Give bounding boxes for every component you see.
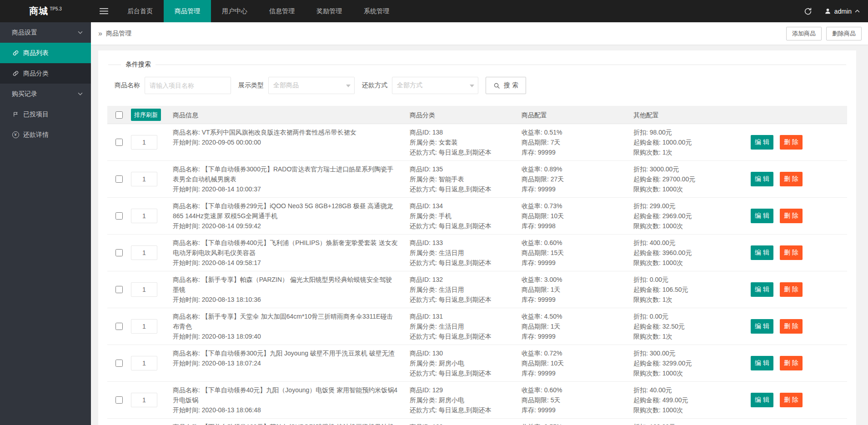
product-stock: 库存: 99999 [522, 258, 633, 268]
edit-button[interactable]: 编 辑 [751, 393, 773, 407]
select-all-cell [107, 111, 131, 119]
product-info-cell: 商品名称: 【下单自动领券299元】iQOO Neo3 5G 8GB+128GB… [173, 201, 410, 231]
row-sort-cell [131, 201, 173, 231]
delete-button[interactable]: 删 除 [780, 282, 803, 297]
table-row: 商品名称: 【新手专享】帕森（PARZIN） 偏光太阳镜型男经典蛤蟆镜安全驾驶墨… [107, 271, 847, 308]
edit-button[interactable]: 编 辑 [751, 172, 773, 186]
edit-button[interactable]: 编 辑 [751, 209, 773, 223]
sidebar-item-label: 已投项目 [23, 110, 49, 119]
delete-button[interactable]: 删 除 [780, 393, 803, 407]
sort-input[interactable] [131, 393, 157, 407]
repay-method-select[interactable]: 全部方式 [392, 77, 478, 94]
caret-down-icon [346, 85, 351, 87]
sidebar-group-purchase-records[interactable]: 购买记录 [0, 84, 91, 104]
sidebar-toggle-button[interactable] [91, 0, 116, 22]
product-period: 商品期限: 15天 [522, 248, 633, 258]
sort-input[interactable] [131, 319, 157, 334]
breadcrumb: 商品管理 [106, 30, 131, 38]
select-all-checkbox[interactable] [115, 111, 123, 119]
row-checkbox[interactable] [115, 249, 123, 256]
nav-item-reward-management[interactable]: 奖励管理 [306, 0, 353, 22]
admin-dropdown[interactable]: admin [820, 0, 868, 22]
row-checkbox[interactable] [115, 286, 123, 293]
delete-button[interactable]: 删 除 [780, 172, 803, 186]
row-actions-cell: 编 辑 删 除 [751, 422, 847, 425]
delete-product-button[interactable]: 删除商品 [826, 27, 862, 40]
edit-button[interactable]: 编 辑 [751, 282, 773, 297]
nav-item-info-management[interactable]: 信息管理 [258, 0, 306, 22]
sidebar-group-label: 商品设置 [12, 29, 37, 37]
product-config-cell: 收益率: 0.89% 商品期限: 27天 库存: 99999 [522, 164, 633, 194]
edit-button[interactable]: 编 辑 [751, 356, 773, 370]
product-repay-method: 还款方式: 每日返息,到期还本 [410, 258, 522, 268]
row-check-cell [107, 127, 131, 157]
sort-input[interactable] [131, 282, 157, 297]
delete-button[interactable]: 删 除 [780, 319, 803, 334]
sidebar-item-product-list[interactable]: 商品列表 [0, 43, 91, 63]
sort-refresh-button[interactable]: 排序刷新 [131, 109, 161, 121]
product-config-cell: 收益率: 0.51% 商品期限: 7天 库存: 99999 [522, 127, 633, 157]
product-category-cell: 商品ID: 131 所属分类: 生活日用 还款方式: 每日返息,到期还本 [410, 311, 522, 341]
search-fieldset: 条件搜索 [108, 60, 846, 69]
product-id: 商品ID: 138 [410, 127, 522, 137]
product-name-input[interactable] [145, 77, 231, 94]
display-type-select[interactable]: 全部商品 [268, 77, 355, 94]
edit-button[interactable]: 编 辑 [751, 319, 773, 334]
product-discount: 折扣: 120.00元 [633, 422, 751, 425]
product-min-buy: 起购金额: 3960.00元 [633, 248, 751, 258]
row-sort-cell [131, 311, 173, 341]
search-button[interactable]: 搜 索 [486, 77, 526, 94]
delete-button[interactable]: 删 除 [780, 209, 803, 223]
edit-button[interactable]: 编 辑 [751, 135, 773, 150]
sidebar-item-repayment-details[interactable]: ¥ 还款详情 [0, 125, 91, 145]
edit-button[interactable]: 编 辑 [751, 245, 773, 260]
app-logo[interactable]: 商城 TP5.3 [0, 0, 91, 22]
hamburger-icon [100, 8, 108, 15]
product-category: 所属分类: 生活日用 [410, 285, 522, 295]
product-other-cell: 折扣: 120.00元 [633, 422, 751, 425]
product-stock: 库存: 99999 [522, 331, 633, 341]
nav-item-system-management[interactable]: 系统管理 [353, 0, 400, 22]
product-config-cell: 收益率: 4.50% 商品期限: 1天 库存: 99999 [522, 311, 633, 341]
product-id: 商品ID: 134 [410, 201, 522, 211]
top-nav: 后台首页 商品管理 用户中心 信息管理 奖励管理 系统管理 [116, 0, 400, 22]
nav-item-product-management[interactable]: 商品管理 [164, 0, 211, 22]
row-checkbox[interactable] [115, 323, 123, 330]
product-category-cell: 商品ID: 135 所属分类: 智能手表 还款方式: 每日返息,到期还本 [410, 164, 522, 194]
product-id: 商品ID: 135 [410, 164, 522, 174]
delete-button[interactable]: 删 除 [780, 245, 803, 260]
row-checkbox[interactable] [115, 360, 123, 367]
refresh-button[interactable] [796, 0, 820, 22]
sort-input[interactable] [131, 245, 157, 260]
product-discount: 折扣: 3000.00元 [633, 164, 751, 174]
delete-button[interactable]: 删 除 [780, 356, 803, 370]
add-product-button[interactable]: 添加商品 [786, 27, 822, 40]
product-stock: 库存: 99999 [522, 184, 633, 194]
search-legend: 条件搜索 [121, 60, 156, 69]
row-checkbox[interactable] [115, 139, 123, 146]
product-info-cell: 商品名称: 【下单自动领券3000元】RADO雷达表官方瑞士进口皓星系列陶瓷手表… [173, 164, 410, 194]
product-category: 所属分类: 手机 [410, 211, 522, 221]
table-header: 排序刷新 商品信息 商品分类 商品配置 其他配置 [107, 106, 847, 124]
sidebar-item-product-category[interactable]: 商品分类 [0, 63, 91, 84]
row-checkbox[interactable] [115, 212, 123, 220]
row-checkbox[interactable] [115, 396, 123, 404]
delete-button[interactable]: 删 除 [780, 135, 803, 150]
product-id: 商品ID: 130 [410, 348, 522, 358]
row-checkbox[interactable] [115, 175, 123, 183]
sidebar-item-invested-projects[interactable]: 已投项目 [0, 104, 91, 125]
nav-item-dashboard[interactable]: 后台首页 [116, 0, 164, 22]
product-period: 商品期限: 7天 [522, 137, 633, 147]
nav-item-user-center[interactable]: 用户中心 [211, 0, 258, 22]
table-row: 商品名称: 【新手专享】天堂伞 加大加固64cm*10骨三折晴雨商务伞3311E… [107, 308, 847, 345]
refresh-icon [804, 7, 812, 15]
sidebar-group-product-settings[interactable]: 商品设置 [0, 22, 91, 43]
sort-input[interactable] [131, 356, 157, 370]
product-category: 所属分类: 厨房小电 [410, 358, 522, 368]
product-id: 商品ID: 133 [410, 238, 522, 248]
sort-input[interactable] [131, 135, 157, 150]
sort-input[interactable] [131, 209, 157, 223]
sort-input[interactable] [131, 172, 157, 186]
product-category: 所属分类: 女套装 [410, 137, 522, 147]
column-header-product-info: 商品信息 [173, 110, 410, 120]
